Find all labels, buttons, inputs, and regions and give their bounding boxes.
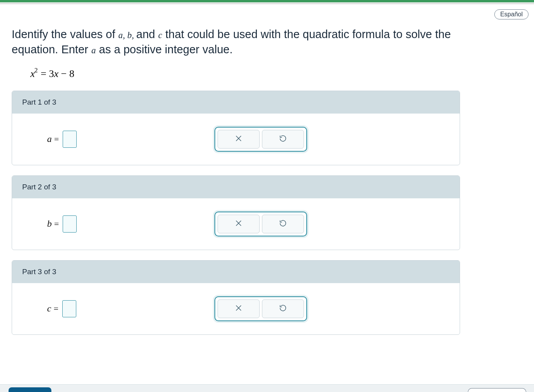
prompt-var-c: c (158, 30, 162, 40)
eq-rhs-coeff: 3 (49, 68, 54, 79)
clear-button-1[interactable] (218, 130, 260, 149)
reset-button-3[interactable] (262, 299, 304, 318)
prompt-seg1: Identify the values of (12, 28, 118, 40)
part-card-3: Part 3 of 3 c = (12, 260, 460, 335)
equals-b: = (54, 219, 59, 229)
language-button[interactable]: Español (494, 9, 529, 19)
submit-button-stub[interactable] (9, 387, 51, 392)
footer-bar (0, 384, 534, 392)
part-body-3: c = (12, 283, 460, 334)
eq-lhs-exp: 2 (35, 66, 38, 74)
reset-button-2[interactable] (262, 215, 304, 233)
reset-button-1[interactable] (262, 130, 304, 149)
part-body-1: a = (12, 114, 460, 165)
part-card-2: Part 2 of 3 b = (12, 175, 460, 250)
clear-button-3[interactable] (218, 299, 260, 318)
tool-panel-1 (214, 127, 307, 152)
part-header-2: Part 2 of 3 (12, 176, 460, 198)
eq-equals: = (38, 68, 49, 79)
part-body-2: b = (12, 198, 460, 250)
var-label-a: a (47, 134, 52, 144)
part-header-1: Part 1 of 3 (12, 91, 460, 114)
content-area: Identify the values of a, b, and c that … (0, 4, 534, 335)
answer-row-a: a = (47, 131, 214, 148)
prompt-var-b: b (127, 30, 132, 40)
answer-input-c[interactable] (62, 300, 76, 317)
part-header-3: Part 3 of 3 (12, 261, 460, 283)
language-label: Español (500, 11, 523, 18)
eq-rhs-const: 8 (69, 68, 74, 79)
eq-rhs-op: − (58, 68, 69, 79)
tool-panel-3 (214, 296, 307, 321)
answer-input-a[interactable] (63, 131, 77, 148)
prompt-var-a: a (118, 30, 123, 40)
prompt-seg2: and (136, 28, 158, 40)
part-card-1: Part 1 of 3 a = (12, 91, 460, 165)
prompt-comma2: , (132, 30, 137, 40)
var-label-b: b (47, 219, 52, 229)
x-icon (234, 219, 243, 229)
undo-icon (279, 134, 287, 144)
prompt-var-a2: a (91, 46, 96, 55)
prompt-comma1: , (123, 30, 128, 40)
clear-button-2[interactable] (218, 215, 260, 233)
equals-c: = (54, 304, 58, 314)
tool-panel-2 (214, 212, 307, 236)
equation-display: x2 = 3x − 8 (30, 67, 522, 80)
x-icon (234, 134, 243, 144)
answer-input-b[interactable] (63, 215, 77, 233)
tutorial-button-stub[interactable] (468, 388, 526, 392)
accent-bar (0, 0, 534, 2)
undo-icon (279, 219, 287, 229)
answer-row-c: c = (47, 300, 214, 317)
eq-lhs-var: x (30, 68, 35, 79)
x-icon (234, 304, 243, 314)
answer-row-b: b = (47, 215, 214, 233)
undo-icon (279, 304, 287, 314)
question-prompt: Identify the values of a, b, and c that … (12, 27, 463, 57)
eq-rhs-var: x (54, 68, 59, 79)
var-label-c: c (47, 303, 51, 314)
prompt-seg4: as a positive integer value. (96, 43, 232, 56)
equals-a: = (54, 134, 59, 144)
